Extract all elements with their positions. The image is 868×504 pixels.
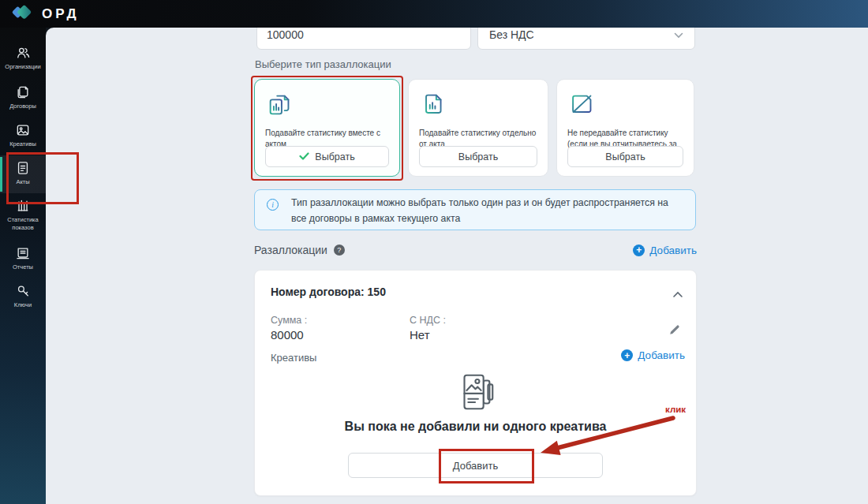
sidebar-item-label: Статистика показов <box>2 216 44 232</box>
vat-select-value: Без НДС <box>489 28 534 41</box>
stats-with-act-icon <box>265 90 295 120</box>
contract-card-title: Номер договора: 150 <box>271 286 386 298</box>
realloc-section-title: Разаллокации <box>254 244 327 256</box>
realloc-type-label: Выберите тип разаллокации <box>255 58 391 70</box>
diamond-logo-icon <box>11 2 35 26</box>
sidebar-item-acts[interactable]: Акты <box>0 155 46 193</box>
sidebar-item-contracts[interactable]: Договоры <box>0 80 46 118</box>
choose-button-label: Выбрать <box>458 151 498 162</box>
sum-label: Сумма : <box>271 315 307 326</box>
choose-button-label: Выбрать <box>315 151 354 162</box>
add-creative-button[interactable]: Добавить <box>348 453 603 478</box>
sidebar-item-label: Креативы <box>9 140 36 148</box>
sidebar-item-label: Отчеты <box>13 263 33 271</box>
app-screen: ОРД Организации Договоры Креативы <box>0 0 868 504</box>
realloc-section-header: Разаллокации ? + Добавить <box>254 241 697 259</box>
info-circle-icon: i <box>267 199 279 211</box>
app-logo[interactable]: ОРД <box>11 2 80 26</box>
add-realloc-link[interactable]: + Добавить <box>633 245 697 256</box>
type-card-with-act[interactable]: Подавайте статистику вместе с актом Выбр… <box>254 79 400 177</box>
creatives-icon <box>15 122 31 138</box>
choose-button[interactable]: Выбрать <box>419 146 537 167</box>
stats-separate-icon <box>419 90 449 120</box>
reports-icon <box>15 245 31 261</box>
add-creative-button-label: Добавить <box>453 460 498 472</box>
sidebar-item-statistics[interactable]: Статистика показов <box>0 193 46 241</box>
creatives-label: Креативы <box>271 352 316 364</box>
check-icon <box>299 151 309 162</box>
chevron-down-icon <box>674 28 683 41</box>
creative-cards-icon <box>453 370 499 417</box>
vat-label: С НДС : <box>410 315 446 326</box>
choose-button[interactable]: Выбрать <box>567 146 683 167</box>
sidebar-item-creatives[interactable]: Креативы <box>0 118 46 155</box>
plus-circle-icon: + <box>633 245 645 256</box>
plus-circle-icon: + <box>621 349 633 361</box>
logo-text: ОРД <box>42 6 80 22</box>
add-realloc-label: Добавить <box>649 245 697 256</box>
no-stats-icon <box>567 90 597 120</box>
top-header-bar: ОРД <box>0 0 868 28</box>
info-banner: i Тип разаллокации можно выбрать только … <box>254 189 696 230</box>
choose-button-label: Выбрать <box>605 151 645 162</box>
choose-button-selected[interactable]: Выбрать <box>265 146 389 167</box>
contracts-icon <box>15 84 31 100</box>
chevron-up-icon[interactable] <box>672 287 683 301</box>
add-creative-label: Добавить <box>638 349 685 361</box>
sidebar-item-label: Акты <box>16 178 29 186</box>
sidebar-item-label: Ключи <box>14 301 32 309</box>
organizations-icon <box>15 45 31 61</box>
stats-icon <box>15 198 31 214</box>
acts-icon <box>15 160 31 176</box>
sum-value: 80000 <box>271 328 304 342</box>
type-card-none[interactable]: Не передавайте статистику (если не вы от… <box>556 79 694 177</box>
pencil-icon[interactable] <box>668 324 680 339</box>
empty-state-text: Вы пока не добавили ни одного креатива <box>255 420 696 434</box>
sidebar-item-organizations[interactable]: Организации <box>0 40 46 80</box>
sidebar-item-keys[interactable]: Ключи <box>0 278 46 316</box>
sidebar-item-label: Организации <box>5 63 40 71</box>
type-card-separate[interactable]: Подавайте статистику отдельно от акта Вы… <box>408 79 548 177</box>
sidebar-item-reports[interactable]: Отчеты <box>0 241 46 278</box>
keys-icon <box>15 283 31 299</box>
info-banner-text: Тип разаллокации можно выбрать только од… <box>291 196 684 226</box>
vat-value: Нет <box>410 328 430 342</box>
contract-card: Номер договора: 150 Сумма : 80000 С НДС … <box>254 270 697 496</box>
question-mark-icon[interactable]: ? <box>334 245 345 256</box>
sidebar: Организации Договоры Креативы Акты Стати… <box>0 28 46 504</box>
sidebar-item-label: Договоры <box>9 103 36 110</box>
add-creative-link[interactable]: + Добавить <box>621 349 685 361</box>
